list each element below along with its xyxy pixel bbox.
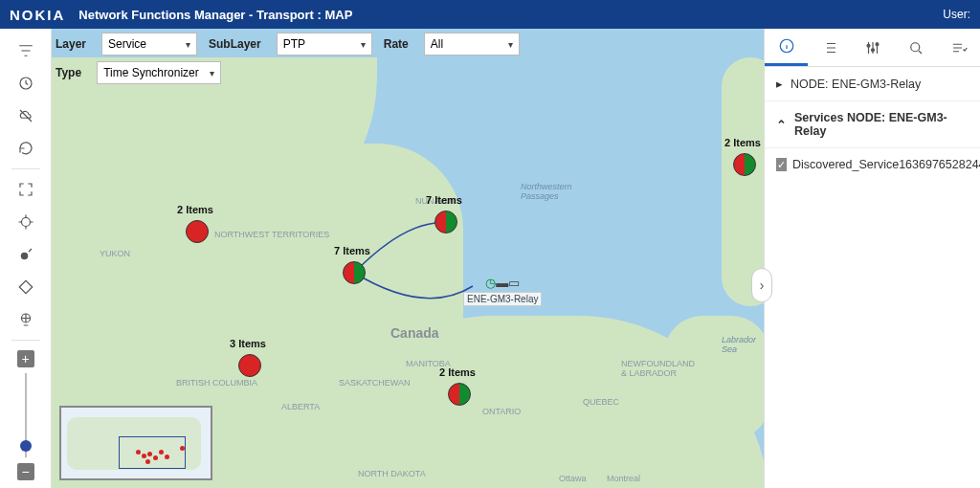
svg-point-6 xyxy=(871,48,874,51)
sublayer-value: PTP xyxy=(283,37,305,51)
fullscreen-icon[interactable] xyxy=(11,176,41,203)
checkbox-checked-icon[interactable]: ✓ xyxy=(776,158,787,171)
map-label-alberta: ALBERTA xyxy=(281,402,320,411)
filter-bar: Layer Service▾ SubLayer PTP▾ Rate All▾ T… xyxy=(56,33,520,84)
node-label: 7 Items xyxy=(334,245,370,256)
map-canvas[interactable]: Canada NORTHWEST TERRITORIES YUKON BRITI… xyxy=(52,29,764,488)
map-label-sask: SASKATCHEWAN xyxy=(339,378,411,388)
rate-select[interactable]: All▾ xyxy=(424,33,520,55)
map-node[interactable]: 2 Items xyxy=(448,383,471,406)
chevron-down-icon: ⌃ xyxy=(776,118,787,132)
services-heading: Services NODE: ENE-GM3-Relay xyxy=(794,111,969,138)
map-node[interactable]: 2 Items xyxy=(186,220,209,243)
left-toolbar: + − xyxy=(0,29,52,488)
zoom-in-button[interactable]: + xyxy=(17,350,34,367)
panel-tabs xyxy=(765,29,980,67)
user-label: User: xyxy=(943,8,970,21)
services-section-header[interactable]: ⌃ Services NODE: ENE-GM3-Relay xyxy=(765,101,980,148)
chevron-right-icon: ▸ xyxy=(776,77,783,91)
tab-list[interactable] xyxy=(808,29,851,66)
map-node[interactable]: 2 Items xyxy=(733,153,756,176)
clock-icon: ◷ xyxy=(485,276,496,290)
map-label-canada: Canada xyxy=(390,325,439,341)
map-label-montreal: Montreal xyxy=(607,474,640,483)
sublayer-select[interactable]: PTP▾ xyxy=(277,33,372,55)
rate-value: All xyxy=(431,37,443,51)
globe-icon[interactable] xyxy=(11,306,41,333)
node-heading: NODE: ENE-GM3-Relay xyxy=(791,78,921,91)
device-icon: ▬▭ xyxy=(496,276,520,290)
minimap[interactable] xyxy=(59,406,212,480)
svg-point-7 xyxy=(876,42,879,45)
svg-point-5 xyxy=(867,44,870,47)
zoom-out-button[interactable]: − xyxy=(17,463,34,480)
map-node[interactable]: 3 Items xyxy=(238,354,261,377)
svg-point-8 xyxy=(910,42,919,51)
map-label-nd: NORTH DAKOTA xyxy=(358,469,426,478)
filter-icon[interactable] xyxy=(11,37,41,64)
node-label: 2 Items xyxy=(177,204,213,215)
type-label: Type xyxy=(56,66,81,79)
zoom-rail[interactable] xyxy=(25,373,27,457)
caret-down-icon: ▾ xyxy=(361,39,366,50)
node-label: 7 Items xyxy=(426,194,462,206)
node-label: 2 Items xyxy=(724,137,761,148)
map-label-bc: BRITISH COLUMBIA xyxy=(176,378,257,388)
layer-select[interactable]: Service▾ xyxy=(101,33,197,55)
details-panel: › ▸ NODE: ENE-GM3-Relay ⌃ Services NODE:… xyxy=(764,29,980,488)
layer-value: Service xyxy=(108,37,146,51)
tag-icon[interactable] xyxy=(11,274,41,300)
rate-label: Rate xyxy=(384,37,409,51)
type-value: Time Synchronizer xyxy=(103,66,199,79)
type-select[interactable]: Time Synchronizer▾ xyxy=(97,61,221,84)
zoom-knob[interactable] xyxy=(20,440,32,452)
device-label: ENE-GM3-Relay xyxy=(463,292,542,306)
cloud-off-icon[interactable] xyxy=(11,102,41,129)
tab-check[interactable] xyxy=(937,29,980,66)
map-device-node[interactable]: ◷▬▭ ENE-GM3-Relay xyxy=(463,276,542,306)
zoom-slider: + − xyxy=(17,350,34,480)
tab-info[interactable] xyxy=(765,29,808,66)
panel-collapse-button[interactable]: › xyxy=(751,268,772,302)
caret-down-icon: ▾ xyxy=(186,39,190,50)
map-label-quebec: QUEBEC xyxy=(583,397,619,407)
map-label-labsea: Labrador Sea xyxy=(722,335,764,354)
svg-point-2 xyxy=(20,253,28,260)
page-title: Network Functions Manager - Transport : … xyxy=(78,8,352,22)
tab-search[interactable] xyxy=(894,29,937,66)
map-node[interactable]: 7 Items xyxy=(343,261,366,284)
history-icon[interactable] xyxy=(11,70,41,97)
center-target-icon[interactable] xyxy=(11,209,41,235)
node-section-header[interactable]: ▸ NODE: ENE-GM3-Relay xyxy=(765,67,980,101)
node-label: 2 Items xyxy=(439,366,476,378)
layer-label: Layer xyxy=(56,37,86,51)
tab-tune[interactable] xyxy=(851,29,894,66)
brand-logo: NOKIA xyxy=(10,7,65,23)
map-label-ottawa: Ottawa xyxy=(559,474,587,483)
service-name: Discovered_Service1636976528244 xyxy=(792,158,980,171)
map-label-nwt: NORTHWEST TERRITORIES xyxy=(214,230,329,239)
map-label-ontario: ONTARIO xyxy=(482,407,521,416)
map-label-yukon: YUKON xyxy=(100,249,130,258)
map-node[interactable]: 7 Items xyxy=(434,211,457,233)
map-label-nwpass: Northwestern Passages xyxy=(521,182,588,201)
caret-down-icon: ▾ xyxy=(210,68,214,78)
node-label: 3 Items xyxy=(230,338,266,349)
map-label-nflab: NEWFOUNDLAND & LABRADOR xyxy=(621,359,698,378)
caret-down-icon: ▾ xyxy=(508,39,513,50)
app-header: NOKIA Network Functions Manager - Transp… xyxy=(0,0,980,29)
refresh-icon[interactable] xyxy=(11,135,41,162)
service-list-item[interactable]: ✓ Discovered_Service1636976528244 xyxy=(765,148,980,181)
location-dot-icon[interactable] xyxy=(11,241,41,268)
svg-point-1 xyxy=(21,218,30,227)
sublayer-label: SubLayer xyxy=(209,37,261,51)
